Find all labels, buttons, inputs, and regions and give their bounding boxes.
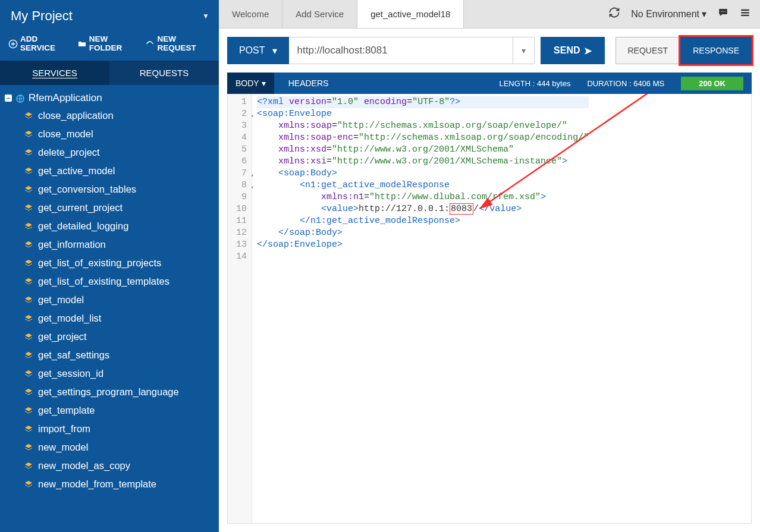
layer-icon [24, 405, 33, 415]
tree-item-label: get_settings_program_language [38, 386, 179, 398]
tree-item[interactable]: get_active_model [0, 162, 219, 180]
tree-item[interactable]: get_settings_program_language [0, 383, 219, 401]
layer-icon [24, 295, 33, 305]
topbar: WelcomeAdd Serviceget_active_model18 No … [219, 0, 760, 29]
tree-item-label: get_model_list [38, 313, 101, 324]
project-dropdown-icon[interactable]: ▼ [202, 12, 209, 20]
tree-item[interactable]: get_detailed_logging [0, 217, 219, 235]
tab-requests[interactable]: REQUESTS [109, 61, 219, 85]
layer-icon [24, 203, 33, 213]
layer-icon [24, 240, 33, 250]
tree-item[interactable]: get_project [0, 328, 219, 346]
tree-item-label: get_model [38, 294, 84, 306]
environment-label: No Environment [631, 9, 699, 20]
layer-icon [24, 424, 33, 434]
svg-rect-7 [741, 15, 749, 16]
layer-icon [24, 276, 33, 287]
collapse-icon[interactable]: − [5, 95, 12, 102]
tree-item-label: get_active_model [38, 165, 115, 177]
caret-down-icon: ▾ [262, 78, 266, 88]
response-tab-button[interactable]: RESPONSE [680, 37, 752, 64]
status-badge: 200 OK [681, 77, 743, 90]
http-method-button[interactable]: POST ▾ [227, 37, 289, 64]
tree-item[interactable]: get_current_project [0, 199, 219, 217]
layer-icon [24, 221, 33, 231]
refresh-icon[interactable] [608, 7, 620, 21]
url-input[interactable] [289, 37, 513, 64]
send-button[interactable]: SEND ➤ [541, 37, 604, 64]
tree-item-label: get_information [38, 239, 106, 250]
tree-item-label: get_template [38, 405, 95, 416]
layer-icon [24, 369, 33, 379]
send-arrow-icon: ➤ [584, 45, 592, 56]
request-tab-button[interactable]: REQUEST [615, 37, 681, 64]
tree-item[interactable]: delete_project [0, 143, 219, 162]
tree-item-label: get_session_id [38, 368, 103, 379]
tree-item-label: get_detailed_logging [38, 221, 128, 232]
layer-icon [24, 184, 33, 194]
environment-select[interactable]: No Environment ▾ [631, 8, 706, 20]
project-title[interactable]: My Project [11, 8, 73, 24]
new-request-button[interactable]: NEW REQUEST [145, 34, 211, 52]
tree-item[interactable]: get_session_id [0, 364, 219, 383]
add-service-button[interactable]: ADD SERVICE [8, 34, 69, 52]
new-request-label: NEW REQUEST [157, 34, 211, 52]
tree-item[interactable]: get_information [0, 235, 219, 254]
top-tab[interactable]: get_active_model18 [357, 0, 464, 28]
tree-item[interactable]: get_list_of_existing_projects [0, 254, 219, 272]
tree-item[interactable]: close_model [0, 125, 219, 143]
tree-item-label: get_list_of_existing_projects [38, 257, 161, 269]
tree-item-label: new_model [38, 442, 88, 453]
layer-icon [24, 350, 33, 360]
tab-services[interactable]: SERVICES [0, 61, 109, 85]
svg-rect-6 [741, 12, 749, 13]
svg-point-3 [723, 11, 724, 12]
tree-item-label: get_saf_settings [38, 350, 109, 361]
layer-icon [24, 111, 33, 121]
new-folder-button[interactable]: NEW FOLDER [77, 34, 137, 52]
response-length: LENGTH : 444 bytes [499, 79, 570, 88]
response-meta-bar: BODY ▾ HEADERS LENGTH : 444 bytes DURATI… [227, 73, 752, 94]
tree-item-label: new_model_as_copy [38, 460, 130, 471]
tree-item-label: get_project [38, 331, 87, 342]
tree-root[interactable]: − RfemApplication [0, 90, 219, 106]
response-body-editor[interactable]: 12▾34567▾8▾91011121314 <?xml version="1.… [227, 94, 752, 524]
svg-point-2 [721, 11, 722, 12]
svg-rect-5 [741, 10, 749, 11]
tree-item[interactable]: new_model_as_copy [0, 457, 219, 475]
sidebar: My Project ▼ ADD SERVICE NEW FOLDER NE [0, 0, 219, 532]
chat-icon[interactable] [717, 7, 729, 21]
menu-icon[interactable] [740, 7, 750, 21]
http-method-label: POST [239, 45, 265, 56]
layer-icon [24, 461, 33, 471]
tree-item[interactable]: get_list_of_existing_templates [0, 272, 219, 291]
top-tab[interactable]: Add Service [282, 0, 357, 28]
tree-item[interactable]: new_model_from_template [0, 475, 219, 493]
tree-item[interactable]: get_template [0, 401, 219, 420]
layer-icon [24, 147, 33, 158]
main-panel: WelcomeAdd Serviceget_active_model18 No … [219, 0, 760, 532]
tree-item[interactable]: close_application [0, 106, 219, 125]
tree-item-label: new_model_from_template [38, 479, 156, 490]
plus-circle-icon [8, 38, 18, 49]
send-label: SEND [554, 45, 580, 56]
svg-point-4 [724, 11, 726, 12]
folder-plus-icon [77, 38, 87, 49]
layer-icon [24, 479, 33, 489]
request-row: POST ▾ ▾ SEND ➤ REQUEST RESPONSE [219, 29, 760, 73]
tree-item[interactable]: get_model_list [0, 309, 219, 328]
request-icon [145, 38, 155, 49]
tree-item[interactable]: get_saf_settings [0, 346, 219, 364]
new-folder-label: NEW FOLDER [89, 34, 137, 52]
url-history-dropdown[interactable]: ▾ [513, 37, 535, 64]
tree-item-label: get_list_of_existing_templates [38, 276, 169, 287]
body-tab[interactable]: BODY ▾ [227, 73, 274, 94]
layer-icon [24, 442, 33, 452]
tree-item[interactable]: get_conversion_tables [0, 180, 219, 199]
headers-tab[interactable]: HEADERS [288, 78, 329, 88]
tree-item[interactable]: import_from [0, 420, 219, 438]
tree-item[interactable]: new_model [0, 438, 219, 457]
top-tab[interactable]: Welcome [219, 0, 282, 28]
tree-root-label: RfemApplication [29, 92, 102, 104]
tree-item[interactable]: get_model [0, 291, 219, 309]
